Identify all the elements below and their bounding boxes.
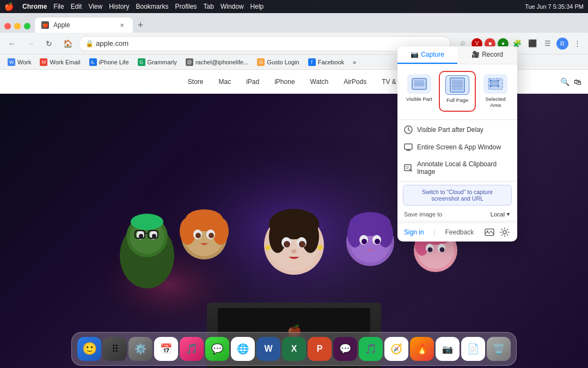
more-options-button[interactable]: ⋮: [571, 37, 584, 50]
home-button[interactable]: 🏠: [60, 36, 75, 51]
dock-screenshot[interactable]: 📷: [436, 337, 460, 361]
dock-trash[interactable]: 🗑️: [487, 337, 511, 361]
menubar-profiles[interactable]: Profiles: [175, 3, 197, 10]
annotate-label: Annotate Local & Clipboard Image: [417, 160, 511, 176]
dock-file-manager[interactable]: 📄: [461, 337, 485, 361]
menubar-help[interactable]: Help: [250, 3, 264, 10]
svg-point-33: [317, 245, 323, 250]
menubar-chrome[interactable]: Chrome: [22, 3, 47, 10]
cloud-switch-button[interactable]: Switch to "Cloud" to capture screenshot …: [403, 185, 512, 206]
screenshot-popup: 📷 Capture 🎥 Record Visible Part: [397, 46, 517, 242]
settings-icon[interactable]: [499, 226, 511, 238]
new-tab-button[interactable]: +: [133, 17, 148, 33]
delay-icon: [404, 125, 413, 134]
bookmark-rachel[interactable]: @ rachel@iphonelife...: [182, 57, 252, 67]
entire-screen-label: Entire Screen & App Window: [417, 143, 501, 151]
image-icon[interactable]: [483, 226, 495, 238]
bookmark-grammarly[interactable]: G Grammarly: [134, 57, 180, 67]
bookmark-work[interactable]: W Work: [4, 57, 34, 67]
svg-point-38: [378, 220, 393, 248]
feedback-link[interactable]: Feedback: [445, 228, 474, 236]
nav-ipad[interactable]: iPad: [246, 78, 259, 86]
browser-tab[interactable]: 🍎 Apple ✕: [35, 17, 133, 33]
search-icon[interactable]: 🔍: [560, 77, 569, 86]
capture-tab[interactable]: 📷 Capture: [397, 46, 457, 64]
capture-tab-label: Capture: [421, 51, 444, 58]
forward-button[interactable]: →: [23, 36, 38, 51]
svg-rect-52: [414, 80, 424, 87]
svg-point-42: [375, 239, 380, 244]
svg-point-32: [265, 245, 271, 250]
traffic-lights: [4, 23, 35, 33]
nav-watch[interactable]: Watch: [310, 78, 329, 86]
entire-screen-item[interactable]: Entire Screen & App Window: [397, 138, 517, 156]
profile-avatar[interactable]: R: [556, 38, 568, 50]
menubar-file[interactable]: File: [53, 3, 64, 10]
bookmark-facebook-label: Facebook: [318, 59, 344, 65]
dock-excel[interactable]: X: [282, 337, 306, 361]
bookmark-gusto[interactable]: G Gusto Login: [254, 57, 302, 67]
bookmark-iphone-life[interactable]: iL iPhone Life: [86, 57, 132, 67]
dock: 🙂 ⠿ ⚙️ 📅 🎵 💬 🌐 W X P 💬 🎵 🧭 🔥 📷 📄 🗑️: [71, 332, 517, 366]
save-location-dropdown[interactable]: Local ▼: [491, 211, 511, 218]
nav-airpods[interactable]: AirPods: [344, 78, 366, 86]
dock-launchpad[interactable]: ⠿: [103, 337, 127, 361]
visible-part-delay-item[interactable]: Visible Part after Delay: [397, 121, 517, 138]
menubar-view[interactable]: View: [88, 3, 102, 10]
sidebar-icon[interactable]: ☰: [541, 37, 554, 50]
svg-point-29: [284, 241, 290, 248]
minimize-traffic-light[interactable]: [14, 23, 21, 29]
tab-close-btn[interactable]: ✕: [118, 21, 126, 29]
svg-rect-59: [491, 81, 498, 86]
svg-point-21: [209, 233, 214, 238]
record-tab-label: Record: [482, 51, 503, 58]
maximize-traffic-light[interactable]: [24, 23, 30, 29]
menubar-window[interactable]: Window: [220, 3, 244, 10]
full-page-mode[interactable]: Full Page: [439, 71, 476, 112]
bookmark-more[interactable]: »: [350, 58, 359, 67]
dock-safari[interactable]: 🧭: [384, 337, 408, 361]
close-traffic-light[interactable]: [4, 23, 11, 29]
nav-store[interactable]: Store: [188, 78, 204, 86]
popup-tabs: 📷 Capture 🎥 Record: [397, 46, 517, 64]
dock-finder[interactable]: 🙂: [77, 337, 101, 361]
bookmark-iphone-life-label: iPhone Life: [99, 59, 129, 65]
nav-iphone[interactable]: iPhone: [274, 78, 295, 86]
menubar: 🍎 Chrome File Edit View History Bookmark…: [0, 0, 588, 13]
bag-icon[interactable]: 🛍: [574, 77, 581, 86]
selected-area-mode[interactable]: Selected Area: [478, 71, 513, 112]
bookmark-facebook[interactable]: f Facebook: [305, 57, 347, 67]
record-tab[interactable]: 🎥 Record: [457, 46, 517, 64]
dock-powerpoint[interactable]: P: [308, 337, 332, 361]
menubar-edit[interactable]: Edit: [71, 3, 82, 10]
dock-music[interactable]: 🎵: [180, 337, 204, 361]
reload-button[interactable]: ↻: [41, 36, 57, 51]
dock-firefox[interactable]: 🔥: [410, 337, 434, 361]
menubar-history[interactable]: History: [109, 3, 129, 10]
svg-point-16: [180, 218, 196, 245]
dock-chrome[interactable]: 🌐: [231, 337, 255, 361]
bookmark-work-icon: W: [8, 58, 15, 66]
dock-calendar[interactable]: 📅: [154, 337, 178, 361]
visible-part-mode[interactable]: Visible Part: [402, 71, 437, 112]
popup-footer: Sign in | Feedback: [397, 222, 517, 242]
address-input[interactable]: 🔒 apple.com: [78, 36, 451, 51]
bookmark-gusto-icon: G: [257, 58, 265, 66]
dock-messages[interactable]: 💬: [205, 337, 229, 361]
sign-in-link[interactable]: Sign in: [404, 228, 424, 236]
annotate-item[interactable]: Annotate Local & Clipboard Image: [397, 156, 517, 180]
dock-slack[interactable]: 💬: [333, 337, 357, 361]
nav-mac[interactable]: Mac: [219, 78, 231, 86]
svg-point-72: [487, 230, 488, 232]
menubar-tab[interactable]: Tab: [204, 3, 214, 10]
dock-system-preferences[interactable]: ⚙️: [128, 337, 152, 361]
bookmark-work-email-label: Work Email: [50, 59, 80, 65]
cast-icon[interactable]: ⬛: [526, 37, 539, 50]
dock-word[interactable]: W: [256, 337, 280, 361]
apple-menu[interactable]: 🍎: [4, 2, 14, 11]
menubar-bookmarks[interactable]: Bookmarks: [136, 3, 169, 10]
svg-rect-55: [452, 80, 463, 91]
back-button[interactable]: ←: [4, 36, 20, 51]
dock-spotify[interactable]: 🎵: [359, 337, 383, 361]
bookmark-work-email[interactable]: M Work Email: [36, 57, 83, 67]
